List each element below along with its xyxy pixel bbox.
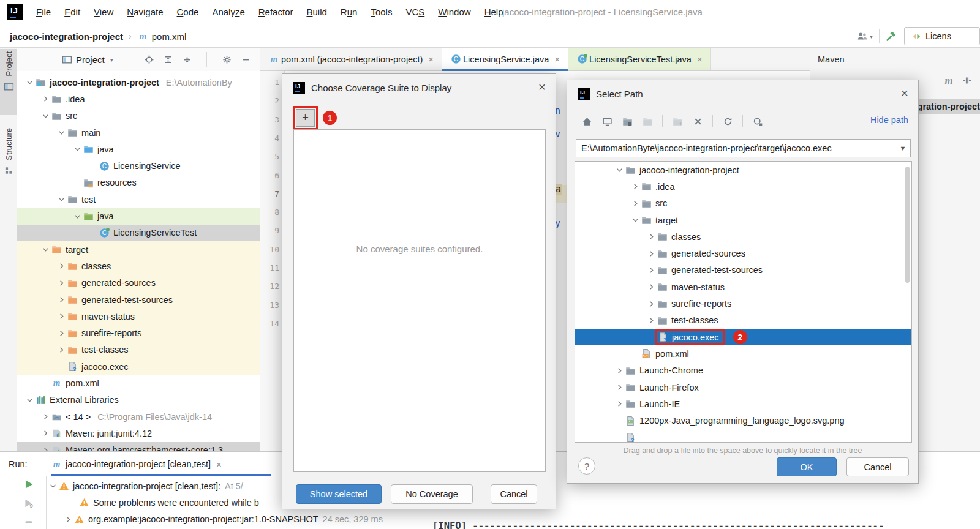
tree-row[interactable]: <>pom.xml [575,345,911,362]
chevron-open-icon[interactable] [40,245,51,254]
tree-row[interactable]: generated-sources [17,275,260,291]
tree-row[interactable]: test [17,191,260,208]
chevron-open-icon[interactable] [630,216,641,225]
delete-icon[interactable] [692,116,703,127]
show-hidden-icon[interactable] [752,116,763,127]
tool-stripe-project[interactable]: Project [0,49,17,115]
show-selected-button[interactable]: Show selected [296,484,382,504]
tree-row[interactable]: classes [575,228,911,245]
menu-item-code[interactable]: Code [170,0,206,24]
coverage-suite-list[interactable]: No coverage suites configured. [293,129,546,472]
tree-row[interactable]: main [17,124,260,141]
chevron-closed-icon[interactable] [56,279,67,288]
coverage-dialog-titlebar[interactable]: IJ Choose Coverage Suite to Display × [282,74,556,101]
close-icon[interactable]: × [554,54,560,64]
path-combobox[interactable]: ▼ [576,139,911,157]
tree-row[interactable]: jacoco-integration-project [575,162,911,178]
chevron-open-icon[interactable] [48,481,58,490]
tree-row[interactable]: generated-sources [575,245,911,261]
menu-item-analyze[interactable]: Analyze [205,0,251,24]
cancel-button[interactable]: Cancel [846,457,909,476]
project-view-selector[interactable]: Project ▾ [61,54,113,65]
tree-row[interactable]: java [17,141,260,157]
chevron-closed-icon[interactable] [56,312,67,321]
tree-row[interactable]: target [17,241,260,258]
editor-tab[interactable]: mpom.xml (jacoco-integration-project)× [260,48,442,70]
chevron-closed-icon[interactable] [646,266,657,275]
chevron-closed-icon[interactable] [646,282,657,291]
tree-row[interactable]: 1200px-Java_programming_language_logo.sv… [575,412,911,429]
tool-stripe-structure[interactable]: Structure [0,126,17,194]
menu-item-refactor[interactable]: Refactor [252,0,300,24]
home-icon[interactable] [581,116,592,127]
build-hammer-icon[interactable] [886,31,897,42]
tree-row[interactable]: surefire-reports [17,325,260,341]
tree-row[interactable]: ? [575,429,911,443]
menu-item-navigate[interactable]: Navigate [120,0,170,24]
desktop-icon[interactable] [601,116,612,127]
chevron-closed-icon[interactable] [614,366,625,375]
users-icon[interactable] [857,31,868,42]
editor-tab[interactable]: CLicensingService.java× [442,48,568,70]
run-config-selector[interactable]: Licens [904,27,980,45]
rerun-icon[interactable] [23,479,34,490]
chevron-closed-icon[interactable] [630,199,641,208]
stop-icon[interactable] [23,517,34,528]
cancel-button[interactable]: Cancel [491,484,537,504]
help-button[interactable]: ? [578,457,595,475]
tree-row[interactable]: ?jacoco.exec [17,358,260,375]
chevron-open-icon[interactable] [72,212,83,221]
tree-row[interactable]: < 14 >C:\Program Files\Java\jdk-14 [17,408,260,425]
run-tree-row[interactable]: org.example:jacoco-integration-project:j… [48,511,383,528]
tree-row[interactable]: jacoco-integration-projectE:\AutomationB… [17,74,260,91]
chevron-closed-icon[interactable] [40,412,51,421]
chevron-open-icon[interactable] [72,144,83,154]
breadcrumb-file[interactable]: pom.xml [152,31,187,42]
chevron-closed-icon[interactable] [40,446,51,451]
no-coverage-button[interactable]: No Coverage [391,484,473,504]
tree-row[interactable]: Launch-Chrome [575,362,911,379]
hide-icon[interactable] [240,54,251,65]
close-icon[interactable]: × [901,86,908,100]
locate-icon[interactable] [143,54,154,65]
chevron-open-icon[interactable] [614,165,625,174]
chevron-open-icon[interactable] [56,128,67,137]
chevron-down-icon[interactable]: ▼ [895,144,910,152]
tree-row[interactable]: Maven: junit:junit:4.12 [17,425,260,441]
chevron-open-icon[interactable] [40,111,51,121]
chevron-closed-icon[interactable] [646,316,657,325]
rerun-failed-icon[interactable]: 9 [23,498,34,509]
tree-row[interactable]: Maven: org.hamcrest:hamcrest-core:1.3 [17,442,260,451]
tree-row[interactable]: surefire-reports [575,295,911,312]
tree-row[interactable]: mpom.xml [17,375,260,391]
chevron-open-icon[interactable] [24,78,35,87]
tree-row[interactable]: resources [17,174,260,191]
maven-m-icon[interactable]: m [943,75,954,86]
select-path-titlebar[interactable]: IJ Select Path × [567,80,918,107]
new-folder-icon[interactable] [622,116,633,127]
chevron-open-icon[interactable] [56,195,67,204]
tree-row[interactable]: src [575,195,911,212]
path-input[interactable] [576,143,895,153]
menu-item-window[interactable]: Window [431,0,477,24]
menu-item-build[interactable]: Build [300,0,333,24]
expand-all-icon[interactable] [181,54,192,65]
close-icon[interactable]: × [538,80,546,94]
tree-row[interactable]: maven-status [575,279,911,295]
chevron-closed-icon[interactable] [56,261,67,271]
tree-row[interactable]: .idea [575,178,911,195]
chevron-closed-icon[interactable] [40,429,51,438]
chevron-closed-icon[interactable] [56,295,67,304]
tree-row[interactable]: classes [17,258,260,274]
tree-row[interactable]: target [575,212,911,228]
chevron-closed-icon[interactable] [614,383,625,392]
scrollbar[interactable] [905,167,910,283]
collapse-all-icon[interactable] [162,54,173,65]
tree-row[interactable]: test-classes [575,312,911,329]
tree-row[interactable]: test-classes [17,342,260,358]
menu-item-run[interactable]: Run [334,0,364,24]
tree-row[interactable]: maven-status [17,308,260,325]
menu-item-view[interactable]: View [87,0,120,24]
menu-item-tools[interactable]: Tools [364,0,399,24]
close-icon[interactable]: × [216,459,222,470]
